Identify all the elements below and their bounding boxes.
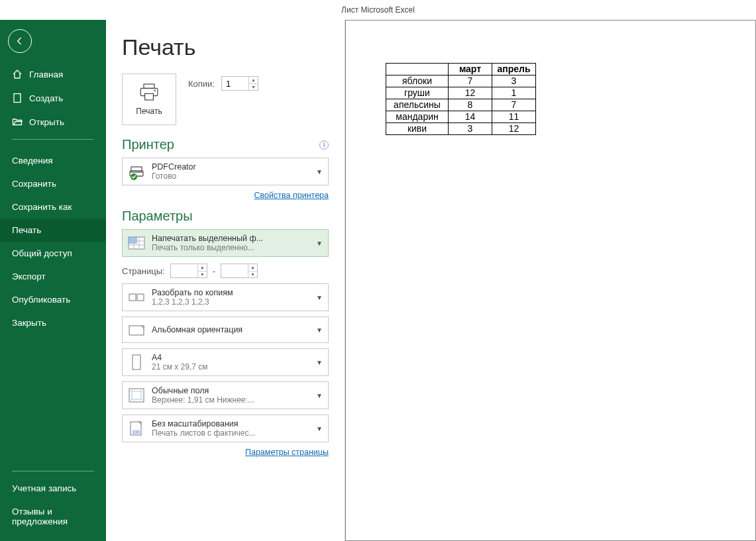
chevron-down-icon: ▼ <box>316 294 323 301</box>
back-arrow-icon <box>15 36 25 46</box>
nav-item-label: Общий доступ <box>12 248 72 258</box>
cell: 14 <box>449 111 492 123</box>
row-label: апельсины <box>386 99 449 111</box>
table-row: апельсины87 <box>386 99 536 111</box>
margins-sub: Верхнее: 1,91 см Нижнее:... <box>152 395 309 405</box>
nav-item-учетная-запись[interactable]: Учетная запись <box>0 477 106 500</box>
cell: 7 <box>492 99 536 111</box>
chevron-down-icon: ▼ <box>316 392 323 399</box>
margins-dropdown[interactable]: Обычные поля Верхнее: 1,91 см Нижнее:...… <box>122 381 329 409</box>
nav-item-печать[interactable]: Печать <box>0 219 106 242</box>
cell: 12 <box>449 87 492 99</box>
nav-item-label: Печать <box>12 225 41 235</box>
nav-item-label: Сведения <box>12 156 53 166</box>
titlebar: Лист Microsoft Excel <box>0 0 756 20</box>
pages-separator: - <box>213 266 215 276</box>
nav-item-закрыть[interactable]: Закрыть <box>0 311 106 334</box>
nav-item-отзывы-и-предложения[interactable]: Отзывы и предложения <box>0 500 106 533</box>
print-button[interactable]: Печать <box>122 74 176 125</box>
cell: 3 <box>449 123 492 135</box>
nav-item-label: Создать <box>29 93 63 103</box>
print-preview: мартапрельяблоки73груши121апельсины87ман… <box>345 20 756 541</box>
orientation-landscape-icon <box>128 321 145 338</box>
svg-point-5 <box>154 89 156 91</box>
table-row: яблоки73 <box>386 75 536 87</box>
svg-rect-10 <box>129 237 137 244</box>
nav-separator <box>12 471 94 471</box>
copies-spinner[interactable]: ▲ ▼ <box>221 76 258 91</box>
row-label: киви <box>386 123 449 135</box>
nav-item-экспорт[interactable]: Экспорт <box>0 265 106 288</box>
orientation-title: Альбомная ориентация <box>152 325 309 334</box>
pages-to-input[interactable] <box>221 264 248 277</box>
print-button-label: Печать <box>136 107 162 116</box>
nav-item-сведения[interactable]: Сведения <box>0 149 106 172</box>
spinner-down-icon[interactable]: ▼ <box>248 84 258 91</box>
nav-item-создать[interactable]: Создать <box>0 86 106 110</box>
spinner-up-icon[interactable]: ▲ <box>197 264 207 271</box>
pages-from-input[interactable] <box>171 264 197 277</box>
printer-ready-icon <box>128 163 145 180</box>
nav-item-label: Учетная запись <box>12 483 76 493</box>
spinner-down-icon[interactable]: ▼ <box>248 271 257 278</box>
nav-item-label: Сохранить <box>12 179 56 189</box>
back-button[interactable] <box>8 29 32 53</box>
printer-dropdown[interactable]: PDFCreator Готово ▼ <box>122 158 329 185</box>
spinner-up-icon[interactable]: ▲ <box>248 77 258 84</box>
cell: 7 <box>449 75 492 87</box>
open-icon <box>12 117 23 127</box>
svg-rect-4 <box>145 93 154 100</box>
nav-item-label: Опубликовать <box>12 295 70 305</box>
nav-item-сохранить-как[interactable]: Сохранить как <box>0 195 106 219</box>
nav-item-label: Сохранить как <box>12 202 72 212</box>
collate-dropdown[interactable]: Разобрать по копиям 1,2,3 1,2,3 1,2,3 ▼ <box>122 283 329 311</box>
new-icon <box>12 93 23 103</box>
svg-rect-6 <box>131 167 142 172</box>
spinner-down-icon[interactable]: ▼ <box>197 271 207 278</box>
document-title: Лист Microsoft Excel <box>341 5 415 15</box>
paper-sub: 21 см x 29,7 см <box>152 362 309 371</box>
copies-label: Копии: <box>188 79 215 89</box>
nav-item-label: Отзывы и предложения <box>12 507 94 526</box>
pages-label: Страницы: <box>122 266 165 276</box>
print-area-sub: Печать только выделенно... <box>152 243 309 252</box>
page-title: Печать <box>122 34 329 60</box>
nav-separator <box>12 139 94 140</box>
info-icon[interactable]: i <box>319 140 329 150</box>
pages-to-spinner[interactable]: ▲▼ <box>221 264 258 278</box>
nav-item-label: Открыть <box>29 117 64 127</box>
print-area-dropdown[interactable]: Напечатать выделенный ф... Печать только… <box>122 229 329 257</box>
nav-item-общий-доступ[interactable]: Общий доступ <box>0 242 106 265</box>
nav-item-label: Экспорт <box>12 271 46 281</box>
chevron-down-icon: ▼ <box>316 425 323 432</box>
collate-sub: 1,2,3 1,2,3 1,2,3 <box>152 297 309 307</box>
printer-properties-link[interactable]: Свойства принтера <box>254 191 329 200</box>
orientation-dropdown[interactable]: Альбомная ориентация ▼ <box>122 317 329 343</box>
scaling-icon: 100 <box>128 420 145 437</box>
svg-rect-20 <box>129 389 144 402</box>
selection-icon <box>128 234 145 252</box>
paper-size-dropdown[interactable]: A4 21 см x 29,7 см ▼ <box>122 348 329 376</box>
paper-title: A4 <box>152 353 309 362</box>
nav-item-опубликовать[interactable]: Опубликовать <box>0 288 106 311</box>
spinner-up-icon[interactable]: ▲ <box>248 264 257 271</box>
nav-item-главная[interactable]: Главная <box>0 62 106 86</box>
cell: 12 <box>492 123 536 135</box>
nav-item-label: Главная <box>29 70 63 79</box>
pages-from-spinner[interactable]: ▲▼ <box>170 264 207 278</box>
backstage-sidebar: ГлавнаяСоздатьОткрыть СведенияСохранитьС… <box>0 20 106 541</box>
printer-status: Готово <box>152 172 309 181</box>
paper-size-icon <box>128 354 145 371</box>
chevron-down-icon: ▼ <box>316 168 323 175</box>
page-setup-link[interactable]: Параметры страницы <box>245 448 329 457</box>
margins-title: Обычные поля <box>152 386 309 395</box>
copies-input[interactable] <box>222 77 248 90</box>
svg-rect-17 <box>129 326 144 335</box>
table-row: груши121 <box>386 87 536 99</box>
nav-item-открыть[interactable]: Открыть <box>0 110 106 134</box>
svg-rect-0 <box>14 94 21 103</box>
row-label: яблоки <box>386 75 449 87</box>
scaling-dropdown[interactable]: 100 Без масштабирования Печать листов с … <box>122 415 329 442</box>
nav-item-сохранить[interactable]: Сохранить <box>0 172 106 195</box>
svg-rect-15 <box>129 294 136 301</box>
